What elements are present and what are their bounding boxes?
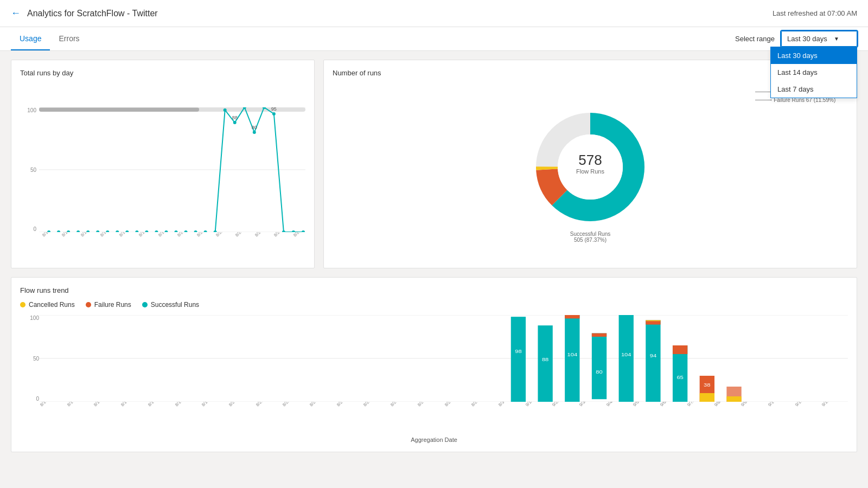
dropdown-option-30days[interactable]: Last 30 days [771,47,857,64]
svg-point-21 [224,108,227,112]
select-range-value: Last 30 days [787,35,827,43]
trend-y-50: 50 [20,356,39,362]
svg-rect-51 [565,315,579,318]
header: ← Analytics for ScratchFlow - Twitter La… [0,0,868,27]
svg-text:95: 95 [271,107,277,112]
svg-text:65: 65 [676,375,684,380]
svg-text:38: 38 [704,382,711,388]
svg-rect-56 [619,315,634,402]
svg-text:94: 94 [650,353,657,358]
donut-container: 578 Flow Runs [531,107,650,227]
svg-rect-69 [726,396,741,402]
select-range-container: Select range Last 30 days ▼ Last 30 days… [735,31,857,47]
legend-failure-runs: Failure Runs [86,301,131,309]
svg-text:104: 104 [567,352,577,357]
tab-errors[interactable]: Errors [50,28,88,50]
trend-legend: Cancelled Runs Failure Runs Successful R… [20,301,848,309]
svg-text:578: 578 [578,152,602,168]
y-label-0: 0 [20,226,36,232]
back-button[interactable]: ← [11,8,21,19]
last-refreshed-text: Last refreshed at 07:00 AM [773,9,857,17]
successful-runs-dot [142,302,148,307]
svg-rect-53 [592,333,607,400]
trend-y-labels: 100 50 0 [20,315,39,402]
failure-runs-dot [86,302,91,307]
trend-chart-area: 100 50 0 98 [20,315,848,434]
svg-rect-63 [673,345,687,354]
svg-point-26 [272,112,276,115]
svg-rect-60 [646,320,660,322]
legend-successful-runs: Successful Runs [142,301,199,309]
tabs-bar: Usage Errors Select range Last 30 days ▼… [0,27,868,51]
svg-text:98: 98 [515,349,522,354]
svg-point-24 [253,131,256,134]
aggregation-date-label: Aggregation Date [20,436,848,443]
svg-text:80: 80 [596,369,603,375]
charts-top-row: Total runs by day 100 50 0 [11,60,857,268]
svg-point-22 [233,121,237,124]
select-range-dropdown[interactable]: Last 30 days ▼ [781,31,857,47]
successful-runs-label: Successful Runs505 (87.37%) [570,231,610,243]
svg-rect-58 [646,320,660,402]
select-range-label: Select range [735,35,775,43]
svg-text:88: 88 [232,115,238,120]
svg-text:88: 88 [542,357,549,362]
total-runs-title: Total runs by day [20,69,305,77]
tab-usage[interactable]: Usage [11,28,50,50]
main-content: Total runs by day 100 50 0 [0,51,868,461]
dropdown-option-7days[interactable]: Last 7 days [771,81,857,98]
dropdown-menu: Last 30 days Last 14 days Last 7 days [770,47,857,98]
flow-runs-trend-card: Flow runs trend Cancelled Runs Failure R… [11,277,857,452]
trend-bar-chart: 98 88 104 80 [39,315,848,402]
svg-rect-66 [700,393,714,402]
line-chart-plot: 98 88 104 80 104 95 [39,107,305,232]
dropdown-option-14days[interactable]: Last 14 days [771,64,857,81]
trend-y-100: 100 [20,315,39,321]
y-label-50: 50 [20,167,36,173]
svg-rect-54 [592,333,607,337]
x-axis-dates: 8/13/2020 8/14/2020 8/15/2020 8/16/2020 … [39,232,305,259]
failure-runs-legend-label: Failure Runs [94,301,131,309]
donut-area: Cancelled Runs 6 (1.04%) Failure Runs 67… [333,84,848,248]
svg-rect-46 [511,317,526,402]
tabs-container: Usage Errors [11,28,88,50]
legend-cancelled-runs: Cancelled Runs [20,301,75,309]
trend-y-0: 0 [20,396,39,402]
flow-runs-trend-title: Flow runs trend [20,286,848,294]
svg-rect-48 [538,325,552,402]
cancelled-runs-dot [20,302,25,307]
page-title: Analytics for ScratchFlow - Twitter [27,9,158,18]
chevron-down-icon: ▼ [834,36,839,42]
y-label-100: 100 [20,107,36,113]
header-left: ← Analytics for ScratchFlow - Twitter [11,8,158,19]
svg-text:104: 104 [621,352,631,357]
svg-text:Flow Runs: Flow Runs [576,168,604,175]
line-chart-area: 100 50 0 [20,107,305,259]
cancelled-runs-legend-label: Cancelled Runs [29,301,75,309]
svg-rect-50 [565,315,579,402]
svg-text:80: 80 [252,125,257,130]
total-runs-card: Total runs by day 100 50 0 [11,60,315,268]
successful-runs-legend-label: Successful Runs [151,301,199,309]
y-axis-labels: 100 50 0 [20,107,36,259]
trend-x-axis: 8/13/2020 8/14/2020 8/15/2020 8/16/2020 … [39,402,848,434]
